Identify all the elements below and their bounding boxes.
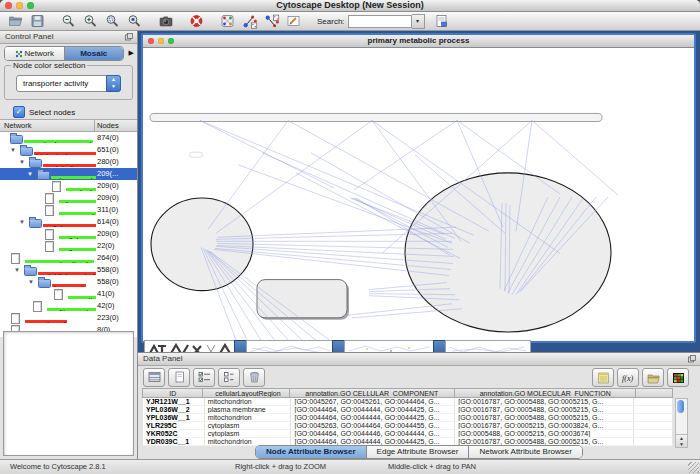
expander-icon[interactable]: ▼ xyxy=(19,219,25,225)
tab-node-attribute-browser[interactable]: Node Attribute Browser xyxy=(256,446,367,458)
column-header[interactable]: annotation.GO CELLULAR_COMPONENT xyxy=(289,388,455,398)
attribute-table-icon[interactable] xyxy=(143,368,165,387)
table-row[interactable]: YPL036W__2plasma membrane[GO:0044464, GO… xyxy=(143,406,673,414)
open-file-icon[interactable] xyxy=(7,13,24,29)
node-color-dropdown[interactable]: transporter activity ▲▼ xyxy=(16,75,121,92)
table-cell[interactable]: YLR295C xyxy=(143,422,205,430)
import-attributes-icon[interactable] xyxy=(642,368,664,387)
tree-row[interactable]: ▼establishment of lo558(0) xyxy=(0,264,137,276)
delete-attribute-icon[interactable] xyxy=(243,368,265,387)
expander-icon[interactable]: ▼ xyxy=(28,279,34,285)
column-network[interactable]: Network xyxy=(4,120,32,131)
tree-row[interactable]: cell communicat22(0) xyxy=(0,240,137,252)
table-cell[interactable] xyxy=(634,430,673,438)
close-window-icon[interactable] xyxy=(5,2,12,9)
column-header-filler[interactable] xyxy=(635,388,673,398)
network-window-titlebar[interactable]: primary metabolic process xyxy=(143,35,694,48)
table-cell[interactable]: [GO:0044464, GO:0044444, GO:0044425, G..… xyxy=(291,406,455,414)
zoom-in-icon[interactable] xyxy=(82,13,99,29)
new-attribute-icon[interactable] xyxy=(168,368,190,387)
select-attributes-icon[interactable] xyxy=(193,368,215,387)
unselect-attributes-icon[interactable] xyxy=(218,368,240,387)
float-panel-icon[interactable] xyxy=(688,355,696,363)
tree-row[interactable]: macromolecule311(0) xyxy=(0,204,137,216)
tree-row[interactable]: ▼transport558(0) xyxy=(0,276,137,288)
table-row[interactable]: YLR295Ccytoplasm[GO:0045263, GO:0044464,… xyxy=(143,422,673,430)
table-cell[interactable]: YKR052C xyxy=(143,430,205,438)
table-cell[interactable]: plasma membrane xyxy=(205,406,292,414)
table-cell[interactable]: YJR121W__1 xyxy=(143,398,205,406)
table-row[interactable]: YJR121W__1mitochondrion[GO:0045267, GO:0… xyxy=(143,398,673,406)
search-dropdown-icon[interactable]: ▾ xyxy=(412,14,425,29)
vizmapper-icon[interactable] xyxy=(219,13,236,29)
heatmap-icon[interactable] xyxy=(667,368,689,387)
table-cell[interactable]: [GO:0016787, GO:0005488, GO:0005215, G..… xyxy=(455,406,634,414)
tree-row[interactable]: mosaic-demo-yeast874(0) xyxy=(0,132,137,144)
resize-grip[interactable] xyxy=(688,462,699,473)
layout-network-2-icon[interactable] xyxy=(263,13,280,29)
tab-mosaic[interactable]: Mosaic xyxy=(65,47,124,60)
tree-row[interactable]: multi-organism pro42(0) xyxy=(0,300,137,312)
table-cell[interactable]: YPL036W__1 xyxy=(143,414,205,422)
tree-row[interactable]: nitrogen compo209(0) xyxy=(0,192,137,204)
tab-edge-attribute-browser[interactable]: Edge Attribute Browser xyxy=(367,446,470,458)
formula-builder-icon[interactable]: f(x) xyxy=(617,368,639,387)
close-view-icon[interactable] xyxy=(148,38,154,44)
zoom-view-icon[interactable] xyxy=(168,38,174,44)
table-cell[interactable]: [GO:0016787, GO:0005488, GO:0005215, G..… xyxy=(455,398,634,406)
notes-icon[interactable] xyxy=(592,368,614,387)
expander-icon[interactable]: ▼ xyxy=(19,159,25,165)
tree-row[interactable]: secretion41(0) xyxy=(0,288,137,300)
table-scrollbar[interactable]: ▲▼ xyxy=(675,398,688,448)
table-cell[interactable] xyxy=(634,422,673,430)
tab-overflow-icon[interactable]: ▶ xyxy=(129,49,134,56)
table-cell[interactable]: cytoplasm xyxy=(205,422,292,430)
table-cell[interactable]: [GO:0045267, GO:0045261, GO:0044464, G..… xyxy=(291,398,455,406)
table-cell[interactable]: YPL036W__2 xyxy=(143,406,205,414)
column-header[interactable]: annotation.GO MOLECULAR_FUNCTION xyxy=(454,388,636,398)
tree-row[interactable]: ▼metabolic process280(0) xyxy=(0,156,137,168)
layout-network-1-icon[interactable] xyxy=(241,13,258,29)
network-view-window[interactable]: primary metabolic process xyxy=(141,33,696,343)
column-divider[interactable] xyxy=(94,120,95,131)
tab-network-attribute-browser[interactable]: Network Attribute Browser xyxy=(469,446,581,458)
table-cell[interactable]: cytoplasm xyxy=(205,430,292,438)
zoom-window-icon[interactable] xyxy=(27,2,34,9)
tree-row[interactable]: nucleobase-209(0) xyxy=(0,180,137,192)
column-header[interactable]: ID xyxy=(142,388,203,398)
tree-row[interactable]: ▼primary metabo209(... xyxy=(0,168,137,180)
table-cell[interactable]: [GO:0045263, GO:0044464, GO:0044455, G..… xyxy=(291,422,455,430)
expander-icon[interactable]: ▼ xyxy=(14,267,20,273)
zoom-selected-region-icon[interactable] xyxy=(104,13,121,29)
table-cell[interactable] xyxy=(634,398,673,406)
save-session-icon[interactable] xyxy=(29,13,46,29)
export-image-icon[interactable] xyxy=(157,13,174,29)
table-cell[interactable]: [GO:0016787, GO:0005215, GO:0003824, G..… xyxy=(455,422,634,430)
tab-network[interactable]: Network xyxy=(5,47,65,60)
float-panel-icon[interactable] xyxy=(125,33,133,41)
tree-row[interactable]: unassigned223(0) xyxy=(0,312,137,324)
birds-eye-view[interactable] xyxy=(3,331,134,456)
table-cell[interactable]: [GO:0005488, GO:0005215, GO:0003674] xyxy=(455,430,634,438)
expander-icon[interactable]: ▼ xyxy=(10,147,16,153)
search-input[interactable] xyxy=(348,15,412,28)
enhanced-search-icon[interactable] xyxy=(433,13,450,29)
table-cell[interactable] xyxy=(634,414,673,422)
tree-row[interactable]: ▼cellular process614(0) xyxy=(0,216,137,228)
column-header[interactable]: _cellularLayoutRegion xyxy=(202,388,289,398)
table-row[interactable]: YKR052Ccytoplasm[GO:0044464, GO:0044446,… xyxy=(143,430,673,438)
table-cell[interactable] xyxy=(634,406,673,414)
annotation-tool-icon[interactable] xyxy=(285,13,302,29)
column-nodes[interactable]: Nodes xyxy=(97,120,119,131)
table-cell[interactable]: mitochondrion xyxy=(205,414,292,422)
select-nodes-checkbox[interactable]: ✓ xyxy=(13,106,25,118)
minimize-view-icon[interactable] xyxy=(158,38,164,44)
expander-icon[interactable]: ▼ xyxy=(27,171,33,177)
tree-row[interactable]: ▼biological_process651(0) xyxy=(0,144,137,156)
help-plugins-icon[interactable] xyxy=(188,13,205,29)
zoom-out-icon[interactable] xyxy=(60,13,77,29)
table-cell[interactable]: [GO:0044464, GO:0044444, GO:0044425, G..… xyxy=(291,414,455,422)
network-canvas[interactable] xyxy=(143,48,694,341)
zoom-fit-content-icon[interactable] xyxy=(126,13,143,29)
table-row[interactable]: YPL036W__1mitochondrion[GO:0044464, GO:0… xyxy=(143,414,673,422)
